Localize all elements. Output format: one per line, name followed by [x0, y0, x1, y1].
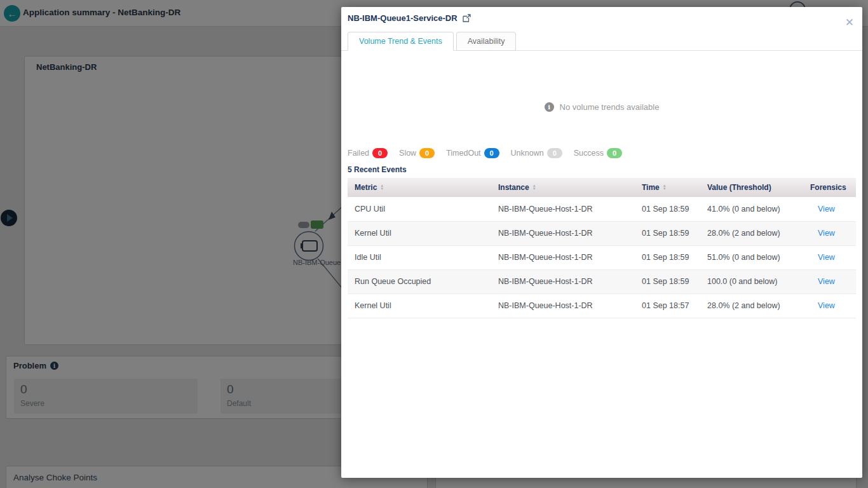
badge-label: Success [574, 149, 604, 158]
column-header-metric[interactable]: Metric▲▼ [355, 183, 498, 192]
badge-label: TimedOut [446, 149, 480, 158]
events-table-header: Metric▲▼Instance▲▼Time▲▼Value (Threshold… [348, 178, 856, 197]
badge-count-pill: 0 [419, 148, 435, 158]
badge-count-pill: 0 [484, 148, 499, 158]
event-time: 01 Sep 18:57 [642, 294, 707, 318]
badge-count-pill: 0 [372, 148, 388, 158]
status-badge-success: Success0 [574, 148, 622, 158]
column-label: Time [642, 183, 660, 192]
event-row: Kernel UtilNB-IBM-Queue-Host-1-DR01 Sep … [348, 294, 856, 318]
event-instance: NB-IBM-Queue-Host-1-DR [498, 197, 642, 221]
events-table: Metric▲▼Instance▲▼Time▲▼Value (Threshold… [348, 178, 856, 318]
modal-tabs: Volume Trend & Events Availability [341, 32, 862, 51]
modal-title: NB-IBM-Queue1-Service-DR [348, 13, 458, 23]
event-instance: NB-IBM-Queue-Host-1-DR [498, 245, 642, 269]
column-label: Instance [498, 183, 529, 192]
event-value: 28.0% (2 and below) [707, 294, 810, 318]
tab-availability[interactable]: Availability [456, 32, 517, 51]
volume-trend-empty-state: i No volume trends available [341, 51, 862, 147]
column-label: Value (Threshold) [707, 183, 771, 192]
close-icon[interactable]: ✕ [845, 17, 854, 28]
event-time: 01 Sep 18:59 [642, 221, 707, 245]
event-metric: Kernel Util [348, 294, 498, 318]
event-instance: NB-IBM-Queue-Host-1-DR [498, 221, 642, 245]
event-value: 41.0% (0 and below) [707, 197, 810, 221]
event-row: Idle UtilNB-IBM-Queue-Host-1-DR01 Sep 18… [348, 245, 856, 269]
event-value: 51.0% (0 and below) [707, 245, 810, 269]
event-value: 28.0% (2 and below) [707, 221, 810, 245]
status-badge-timedout: TimedOut0 [446, 148, 499, 158]
event-metric: Idle Util [348, 245, 498, 269]
event-instance: NB-IBM-Queue-Host-1-DR [498, 269, 642, 294]
status-badge-slow: Slow0 [399, 148, 435, 158]
forensics-view-link[interactable]: View [818, 253, 835, 262]
badges-row: Failed0Slow0TimedOut0Unknown0Success0 [341, 147, 862, 159]
open-in-new-icon[interactable] [463, 14, 471, 22]
badge-label: Unknown [511, 149, 544, 158]
event-metric: Kernel Util [348, 221, 498, 245]
sort-icon[interactable]: ▲▼ [532, 184, 536, 191]
forensics-view-link[interactable]: View [818, 277, 835, 286]
badge-label: Slow [399, 149, 416, 158]
badge-label: Failed [348, 149, 369, 158]
event-row: Run Queue OccupiedNB-IBM-Queue-Host-1-DR… [348, 269, 856, 294]
sort-icon[interactable]: ▲▼ [663, 184, 667, 191]
empty-message: No volume trends available [560, 102, 660, 112]
column-header-value-threshold-: Value (Threshold) [707, 183, 810, 192]
event-metric: Run Queue Occupied [348, 269, 498, 294]
event-time: 01 Sep 18:59 [642, 197, 707, 221]
sort-icon[interactable]: ▲▼ [380, 184, 384, 191]
service-detail-modal: NB-IBM-Queue1-Service-DR ✕ Volume Trend … [341, 7, 862, 478]
column-label: Forensics [810, 183, 846, 192]
event-row: CPU UtilNB-IBM-Queue-Host-1-DR01 Sep 18:… [348, 197, 856, 221]
event-instance: NB-IBM-Queue-Host-1-DR [498, 294, 642, 318]
info-icon: i [545, 102, 554, 112]
screen: ← Application summary - NetBanking-DR Ne… [0, 0, 868, 488]
event-value: 100.0 (0 and below) [707, 269, 810, 294]
column-header-instance[interactable]: Instance▲▼ [498, 183, 642, 192]
event-metric: CPU Util [348, 197, 498, 221]
status-badge-unknown: Unknown0 [511, 148, 562, 158]
forensics-view-link[interactable]: View [818, 205, 835, 214]
status-badge-failed: Failed0 [348, 148, 388, 158]
column-label: Metric [355, 183, 377, 192]
badge-count-pill: 0 [607, 148, 622, 158]
event-time: 01 Sep 18:59 [642, 245, 707, 269]
recent-events-title: 5 Recent Events [348, 165, 856, 174]
column-header-forensics: Forensics [810, 183, 856, 192]
column-header-time[interactable]: Time▲▼ [642, 183, 707, 192]
forensics-view-link[interactable]: View [818, 229, 835, 238]
tab-volume-trend-events[interactable]: Volume Trend & Events [348, 32, 454, 51]
badge-count-pill: 0 [547, 148, 562, 158]
forensics-view-link[interactable]: View [818, 301, 835, 310]
event-time: 01 Sep 18:59 [642, 269, 707, 294]
event-row: Kernel UtilNB-IBM-Queue-Host-1-DR01 Sep … [348, 221, 856, 245]
